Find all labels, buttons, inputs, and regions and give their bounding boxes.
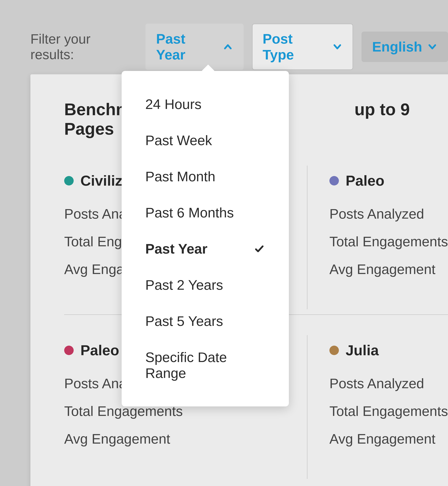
entity-name: Julia [346,342,379,359]
filter-post-type-button[interactable]: Post Type [252,24,353,70]
time-range-option[interactable]: Past Week [122,122,289,159]
time-range-option-label: Past 5 Years [145,313,223,329]
filter-language-label: English [372,39,422,55]
entity-color-dot [329,346,339,355]
time-range-option[interactable]: 24 Hours [122,86,289,122]
benchmark-cell: Paleo Posts Analyzed Total Engagements A… [307,166,448,309]
filter-time-button[interactable]: Past Year [145,24,243,70]
time-range-option-label: Past 2 Years [145,277,223,293]
time-range-dropdown: 24 HoursPast WeekPast MonthPast 6 Months… [122,71,289,406]
time-range-option-label: Past Month [145,169,215,184]
entity-header: Julia [329,342,448,359]
entity-color-dot [329,176,339,185]
metric-total-engagements: Total Engagements [329,234,448,249]
benchmark-cell: Julia Posts Analyzed Total Engagements A… [307,335,448,479]
metric-avg-engagement: Avg Engagement [329,261,448,277]
metric-avg-engagement: Avg Engagement [329,431,448,447]
filter-label: Filter your results: [30,31,137,62]
time-range-option[interactable]: Past 2 Years [122,267,289,303]
entity-color-dot [64,176,74,185]
entity-color-dot [64,346,74,355]
time-range-option[interactable]: Past Year [122,231,289,267]
time-range-option-label: Specific Date Range [145,349,265,381]
check-icon [253,244,265,254]
entity-header: Paleo [329,172,448,189]
time-range-option-label: Past Year [145,241,208,257]
filter-bar: Filter your results: Past Year Post Type… [30,24,448,70]
time-range-option[interactable]: Past 5 Years [122,303,289,339]
metric-posts-analyzed: Posts Analyzed [329,206,448,222]
time-range-option-label: 24 Hours [145,96,201,112]
filter-language-button[interactable]: English [361,32,448,62]
metric-posts-analyzed: Posts Analyzed [329,375,448,391]
chevron-down-icon [332,42,342,52]
chevron-up-icon [223,42,233,52]
metric-total-engagements: Total Engagements [329,403,448,419]
chevron-down-icon [427,42,437,52]
entity-name: Paleo [80,342,119,359]
filter-post-type-label: Post Type [263,31,327,63]
time-range-option[interactable]: Past Month [122,159,289,195]
time-range-option-label: Past Week [145,132,212,148]
metric-avg-engagement: Avg Engagement [64,431,183,447]
entity-name: Paleo [346,172,384,189]
time-range-option-label: Past 6 Months [145,205,234,221]
time-range-option[interactable]: Past 6 Months [122,195,289,231]
time-range-option[interactable]: Specific Date Range [122,339,289,391]
filter-time-label: Past Year [156,31,218,63]
